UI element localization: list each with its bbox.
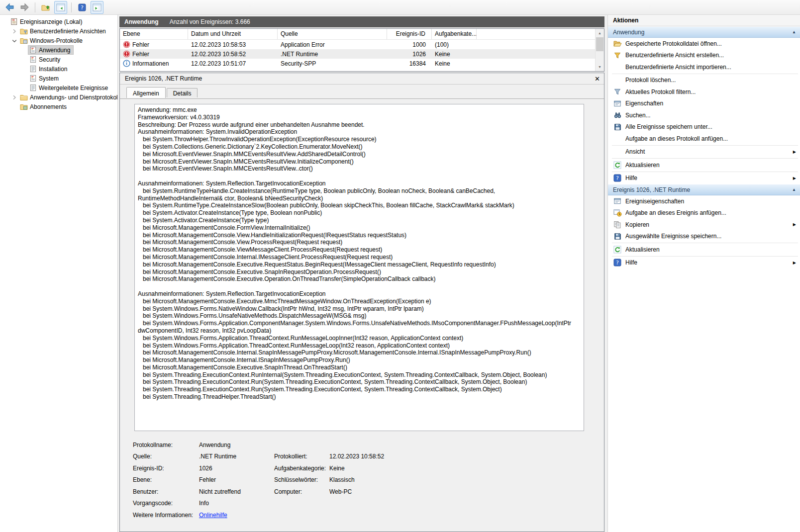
log-plain-icon — [29, 65, 37, 73]
tree-item-benutzerdefinierte-ansichten[interactable]: Benutzerdefinierte Ansichten — [0, 26, 117, 36]
scroll-down-icon[interactable]: ▼ — [596, 63, 604, 71]
refresh-icon — [613, 246, 621, 254]
action-hilfe[interactable]: ? Hilfe ▶ — [608, 257, 800, 269]
field-row-protokollname: Protokollname: Anwendung — [133, 439, 596, 451]
tab-strip: AllgemeinDetails — [126, 88, 604, 99]
expander-collapsed-icon[interactable] — [10, 93, 18, 101]
toolbar-separator — [35, 2, 35, 12]
action-section-ereignis-1026-net-runtime[interactable]: Ereignis 1026, .NET Runtime ▲ — [608, 184, 800, 195]
field-value: Anwendung — [199, 442, 274, 448]
action-aktualisieren[interactable]: Aktualisieren — [608, 244, 800, 256]
event-count: Anzahl von Ereignissen: 3.666 — [170, 18, 250, 25]
column-header-ebene[interactable]: Ebene — [120, 29, 188, 39]
action-benutzerdefinierte-ansicht-erstellen[interactable]: Benutzerdefinierte Ansicht erstellen... — [608, 50, 800, 62]
action-ausgewählte-ereignisse-speichern[interactable]: Ausgewählte Ereignisse speichern... — [608, 231, 800, 243]
online-help-link[interactable]: Onlinehilfe — [199, 512, 227, 519]
action-suchen[interactable]: Suchen... — [608, 109, 800, 121]
tree-item-abonnements[interactable]: Abonnements — [0, 102, 117, 111]
field-label: Protokolliert: — [274, 453, 329, 460]
event-row-16384[interactable]: Informationen 12.02.2023 10:51:07 Securi… — [120, 59, 604, 68]
tab-details[interactable]: Details — [167, 88, 198, 97]
tree-item-windows-protokolle[interactable]: Windows-Protokolle — [0, 36, 117, 45]
event-description[interactable]: Anwendung: mmc.exe Frameworkversion: v4.… — [134, 104, 584, 431]
action-alle-ereignisse-speichern-unter[interactable]: Alle Ereignisse speichern unter... — [608, 121, 800, 133]
scroll-up-icon[interactable]: ▲ — [596, 29, 604, 37]
help-icon: ? — [78, 3, 86, 11]
tab-allgemein[interactable]: Allgemein — [126, 87, 166, 98]
field-value: Keine — [329, 465, 596, 472]
tree-item-security[interactable]: Security — [0, 55, 117, 64]
forward-button[interactable] — [18, 1, 31, 14]
list-rows: Fehler 12.02.2023 10:58:53 Application E… — [120, 40, 604, 68]
svg-text:?: ? — [81, 4, 84, 11]
action-gespeicherte-protokolldatei-öffnen[interactable]: Gespeicherte Protokolldatei öffnen... — [608, 38, 800, 50]
filter-yellow-icon — [613, 52, 621, 59]
column-header-ereignis-id[interactable]: Ereignis-ID — [387, 29, 432, 39]
action-hilfe[interactable]: ? Hilfe ▶ — [608, 173, 800, 184]
log-icon — [29, 46, 37, 54]
close-icon[interactable]: ✕ — [595, 76, 600, 82]
submenu-arrow-icon: ▶ — [793, 150, 796, 154]
list-scrollbar[interactable]: ▲ ▼ — [595, 29, 604, 71]
action-protokoll-löschen[interactable]: Protokoll löschen... — [608, 75, 800, 87]
field-row-quelle: Quelle: .NET Runtime Protokolliert: 12.0… — [133, 451, 596, 463]
action-separator — [612, 243, 798, 243]
action-aufgabe-an-dieses-ereignis-anfügen[interactable]: Aufgabe an dieses Ereignis anfügen... — [608, 207, 800, 219]
error-level-icon — [123, 50, 130, 58]
collapse-section-icon[interactable]: ▲ — [792, 30, 796, 34]
action-kopieren[interactable]: Kopieren ▶ — [608, 219, 800, 231]
properties-icon — [613, 100, 621, 107]
tree-item-system[interactable]: System — [0, 74, 117, 83]
show-action-pane-button[interactable] — [91, 1, 103, 14]
action-ereigniseigenschaften[interactable]: Ereigniseigenschaften — [608, 195, 800, 207]
column-header-datum-und-uhrzeit[interactable]: Datum und Uhrzeit — [188, 29, 278, 39]
copy-icon — [613, 221, 621, 229]
preview-header: Ereignis 1026, .NET Runtime ✕ — [120, 73, 604, 85]
toolbar: ? — [0, 0, 800, 15]
search-icon — [613, 111, 622, 119]
event-list: EbeneDatum und UhrzeitQuelleEreignis-IDA… — [119, 28, 604, 72]
action-separator — [612, 256, 798, 257]
event-preview-pane: Ereignis 1026, .NET Runtime ✕ AllgemeinD… — [119, 73, 604, 532]
column-header-quelle[interactable]: Quelle — [278, 29, 387, 39]
tree-item-weitergeleitete-ereignisse[interactable]: Weitergeleitete Ereignisse — [0, 83, 117, 92]
action-ansicht[interactable]: Ansicht ▶ — [608, 146, 800, 158]
eventvwr-icon — [10, 18, 18, 25]
field-value: Onlinehilfe — [199, 512, 274, 519]
folder-icon — [20, 94, 28, 101]
tree-item-anwendung[interactable]: Anwendung — [0, 45, 117, 55]
action-separator — [612, 158, 798, 159]
show-console-tree-button[interactable] — [54, 1, 67, 14]
action-benutzerdefinierte-ansicht-importieren[interactable]: Benutzerdefinierte Ansicht importieren..… — [608, 61, 800, 73]
column-header-aufgabenkate[interactable]: Aufgabenkate... — [432, 29, 477, 39]
actions-pane: Aktionen Anwendung ▲ Gespeicherte Protok… — [607, 15, 800, 532]
export-button[interactable] — [39, 1, 52, 14]
action-section-anwendung[interactable]: Anwendung ▲ — [608, 26, 800, 38]
properties-icon — [613, 197, 621, 205]
expander-expanded-icon[interactable] — [10, 37, 18, 45]
tree-item-ereignisanzeige-lokal[interactable]: Ereignisanzeige (Lokal) — [0, 17, 117, 26]
field-label: Computer: — [274, 488, 329, 495]
open-folder-icon — [613, 40, 622, 47]
folder-logs-icon — [20, 37, 28, 44]
event-row-1000[interactable]: Fehler 12.02.2023 10:58:53 Application E… — [120, 40, 604, 49]
field-label: Schlüsselwörter: — [274, 476, 329, 483]
event-row-1026[interactable]: Fehler 12.02.2023 10:58:52 .NET Runtime … — [120, 49, 604, 59]
field-value: Web-PC — [329, 488, 596, 495]
action-aktualisieren[interactable]: Aktualisieren — [608, 159, 800, 171]
expander-collapsed-icon[interactable] — [10, 27, 18, 35]
submenu-arrow-icon: ▶ — [793, 176, 796, 180]
tree-item-installation[interactable]: Installation — [0, 64, 117, 74]
field-label: Ebene: — [133, 476, 199, 483]
action-aufgabe-an-dieses-protokoll-anfügen[interactable]: Aufgabe an dieses Protokoll anfügen... — [608, 133, 800, 145]
help-button[interactable]: ? — [76, 1, 89, 14]
action-aktuelles-protokoll-filtern[interactable]: Aktuelles Protokoll filtern... — [608, 86, 800, 98]
back-button[interactable] — [3, 1, 16, 14]
scroll-thumb[interactable] — [596, 37, 603, 51]
help-icon: ? — [613, 259, 621, 266]
tree-item-anwendungs-und-dienstprotokolle[interactable]: Anwendungs- und Dienstprotokolle — [0, 92, 117, 102]
save-icon — [614, 123, 621, 131]
field-row-benutzer: Benutzer: Nicht zutreffend Computer: Web… — [133, 486, 596, 498]
collapse-section-icon[interactable]: ▲ — [792, 187, 796, 192]
action-eigenschaften[interactable]: Eigenschaften — [608, 98, 800, 110]
